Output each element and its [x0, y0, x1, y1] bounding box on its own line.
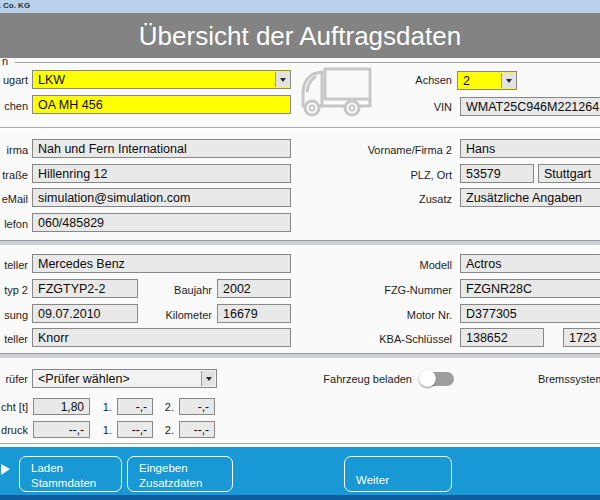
chevron-down-icon[interactable]: [501, 73, 515, 88]
separator: [0, 353, 600, 359]
page-header: Übersicht der Auftragsdaten: [0, 13, 600, 58]
kba-label: KBA-Schlüssel: [332, 333, 452, 345]
gewicht-achse2-input[interactable]: -,-: [179, 398, 215, 415]
zusatz-input[interactable]: Zusätzliche Angaben: [460, 188, 600, 207]
fahrzeug-beladen-toggle[interactable]: [421, 372, 454, 386]
fahrzeugart-label: ugart: [0, 74, 28, 86]
plz-value: 53579: [466, 167, 501, 181]
email-input[interactable]: simulation@simulation.com: [32, 188, 291, 207]
groupbox-label: n: [2, 55, 8, 67]
telefon-input[interactable]: 060/485829: [32, 213, 291, 232]
typ2-input[interactable]: FZGTYP2-2: [32, 279, 138, 298]
button-line1: Laden: [31, 462, 63, 474]
druck-achse2-input[interactable]: --,-: [179, 421, 215, 438]
button-line2: Zusatzdaten: [139, 477, 202, 489]
plz-input[interactable]: 53579: [460, 164, 534, 183]
pruefer-label: rüfer: [0, 373, 28, 385]
hersteller-label: teller: [0, 259, 28, 271]
bremssystem-label: Bremssystem: [538, 373, 600, 385]
fahrzeugart-select[interactable]: LKW: [32, 70, 291, 89]
achsen-select[interactable]: 2: [457, 71, 517, 90]
vorname-value: Hans: [466, 142, 495, 156]
gewicht-value: 1,80: [61, 400, 84, 414]
kilometer-label: Kilometer: [130, 309, 212, 321]
index-2-label: 2.: [162, 424, 174, 436]
gewicht-achse1-value: -,-: [136, 400, 147, 414]
eingeben-zusatzdaten-button[interactable]: Eingeben Zusatzdaten: [127, 456, 233, 492]
gewicht-achse2-value: -,-: [198, 400, 209, 414]
footer-strip: [0, 495, 600, 500]
chevron-down-icon[interactable]: [275, 72, 289, 87]
baujahr-value: 2002: [223, 282, 251, 296]
kba-input-2[interactable]: 1723: [563, 328, 600, 347]
gewicht-input[interactable]: 1,80: [33, 398, 90, 415]
index-1-label: 1.: [100, 401, 112, 413]
baujahr-label: Baujahr: [130, 284, 212, 296]
kilometer-value: 16679: [223, 307, 258, 321]
vorname-label: Vorname/Firma 2: [332, 144, 452, 156]
fzg-nummer-label: FZG-Nummer: [332, 284, 452, 296]
vin-value: WMAT25C946M221264: [466, 100, 599, 114]
chevron-down-icon[interactable]: [201, 371, 215, 386]
ort-value: Stuttgart: [544, 167, 591, 181]
fahrzeugart-value: LKW: [38, 73, 65, 87]
toggle-knob-icon: [419, 370, 436, 387]
groupbox-line: [15, 62, 600, 63]
modell-input[interactable]: Actros: [460, 254, 600, 273]
kilometer-input[interactable]: 16679: [217, 304, 291, 323]
index-1-label: 1.: [100, 424, 112, 436]
typ2-label: typ 2: [0, 284, 28, 296]
bremshersteller-value: Knorr: [38, 331, 69, 345]
separator: [0, 443, 600, 445]
druck-value: --,-: [69, 423, 84, 437]
modell-label: Modell: [332, 259, 452, 271]
pruefer-value: <Prüfer wählen>: [38, 372, 130, 386]
druck-label: druck: [0, 424, 28, 436]
vin-input[interactable]: WMAT25C946M221264: [460, 97, 600, 116]
zulassung-input[interactable]: 09.07.2010: [32, 304, 138, 323]
druck-input[interactable]: --,-: [33, 421, 90, 438]
mouse-cursor-icon: [1, 464, 10, 475]
email-label: eMail: [0, 193, 28, 205]
laden-stammdaten-button[interactable]: Laden Stammdaten: [19, 456, 122, 492]
motor-nr-input[interactable]: D377305: [460, 304, 600, 323]
strasse-label: traße: [0, 169, 28, 181]
motor-nr-label: Motor Nr.: [332, 309, 452, 321]
button-line1: Eingeben: [139, 462, 188, 474]
index-2-label: 2.: [162, 401, 174, 413]
strasse-input[interactable]: Hillenring 12: [32, 164, 291, 183]
baujahr-input[interactable]: 2002: [217, 279, 291, 298]
bremshersteller-label: teller: [0, 333, 28, 345]
button-label: Weiter: [356, 474, 389, 486]
hersteller-input[interactable]: Mercedes Benz: [32, 254, 291, 273]
typ2-value: FZGTYP2-2: [38, 282, 105, 296]
telefon-label: lefon: [0, 218, 28, 230]
app-window: & Co. KG Übersicht der Auftragsdaten n u…: [0, 0, 600, 500]
kba-input-1[interactable]: 138652: [460, 328, 544, 347]
gewicht-label: cht [t]: [0, 401, 28, 413]
weiter-button[interactable]: Weiter: [344, 456, 452, 492]
pruefer-select[interactable]: <Prüfer wählen>: [32, 369, 217, 388]
plz-ort-label: PLZ, Ort: [332, 169, 452, 181]
firma-input[interactable]: Nah und Fern International: [32, 139, 291, 158]
page-title: Übersicht der Auftragsdaten: [0, 13, 600, 59]
gewicht-achse1-input[interactable]: -,-: [117, 398, 153, 415]
druck-achse1-value: --,-: [132, 423, 147, 437]
ort-input[interactable]: Stuttgart: [538, 164, 600, 183]
vorname-input[interactable]: Hans: [460, 139, 600, 158]
kba-value-1: 138652: [466, 331, 508, 345]
fzg-nummer-input[interactable]: FZGNR28C: [460, 279, 600, 298]
zusatz-value: Zusätzliche Angaben: [466, 191, 582, 205]
strasse-value: Hillenring 12: [38, 167, 107, 181]
hersteller-value: Mercedes Benz: [38, 257, 125, 271]
druck-achse1-input[interactable]: --,-: [117, 421, 153, 438]
druck-achse2-value: --,-: [194, 423, 209, 437]
kennzeichen-input[interactable]: OA MH 456: [32, 95, 291, 114]
kennzeichen-label: chen: [0, 100, 28, 112]
modell-value: Actros: [466, 257, 501, 271]
firma-label: irma: [0, 144, 28, 156]
separator: [0, 127, 600, 129]
kba-value-2: 1723: [569, 331, 597, 345]
bremshersteller-input[interactable]: Knorr: [32, 328, 291, 347]
fzg-nummer-value: FZGNR28C: [466, 282, 532, 296]
